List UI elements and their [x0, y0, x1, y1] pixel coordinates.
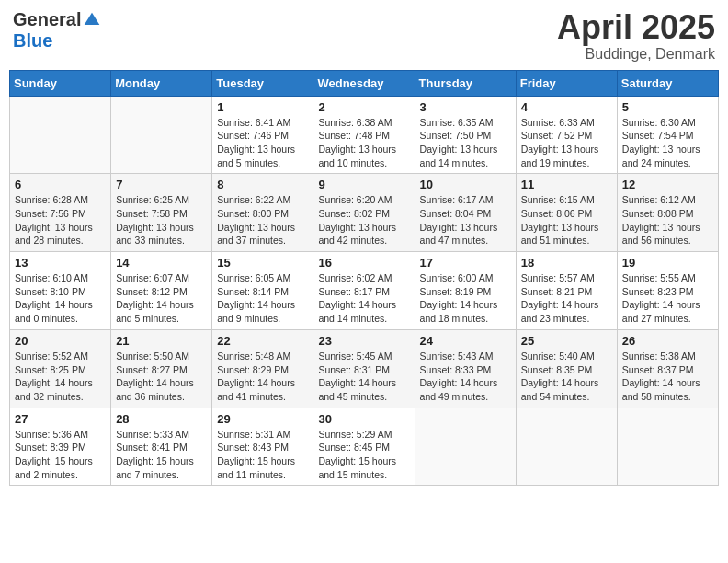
calendar-cell [617, 408, 718, 486]
day-info: Sunrise: 6:22 AMSunset: 8:00 PMDaylight:… [217, 193, 308, 247]
day-number: 5 [622, 100, 713, 114]
calendar-cell [415, 408, 516, 486]
day-info: Sunrise: 6:15 AMSunset: 8:06 PMDaylight:… [521, 193, 612, 247]
calendar-cell: 5Sunrise: 6:30 AMSunset: 7:54 PMDaylight… [617, 96, 718, 174]
calendar-cell: 4Sunrise: 6:33 AMSunset: 7:52 PMDaylight… [516, 96, 617, 174]
title-area: April 2025 Buddinge, Denmark [557, 9, 715, 63]
calendar-cell: 26Sunrise: 5:38 AMSunset: 8:37 PMDayligh… [617, 329, 718, 408]
calendar-cell [111, 96, 212, 174]
calendar-cell: 27Sunrise: 5:36 AMSunset: 8:39 PMDayligh… [10, 408, 111, 486]
day-number: 21 [116, 334, 207, 348]
day-info: Sunrise: 6:07 AMSunset: 8:12 PMDaylight:… [116, 271, 207, 326]
day-info: Sunrise: 5:55 AMSunset: 8:23 PMDaylight:… [622, 271, 713, 326]
calendar-week-row: 6Sunrise: 6:28 AMSunset: 7:56 PMDaylight… [10, 174, 719, 252]
day-info: Sunrise: 5:31 AMSunset: 8:43 PMDaylight:… [217, 428, 308, 482]
day-info: Sunrise: 5:50 AMSunset: 8:27 PMDaylight:… [116, 350, 207, 404]
calendar-cell: 29Sunrise: 5:31 AMSunset: 8:43 PMDayligh… [212, 408, 313, 486]
calendar-cell: 22Sunrise: 5:48 AMSunset: 8:29 PMDayligh… [212, 329, 313, 408]
month-title: April 2025 [557, 9, 715, 46]
day-number: 20 [15, 334, 106, 348]
calendar-cell: 9Sunrise: 6:20 AMSunset: 8:02 PMDaylight… [313, 174, 415, 252]
calendar-cell: 8Sunrise: 6:22 AMSunset: 8:00 PMDaylight… [212, 174, 313, 252]
logo-blue-text: Blue [13, 30, 52, 52]
day-info: Sunrise: 6:20 AMSunset: 8:02 PMDaylight:… [318, 193, 409, 247]
svg-marker-0 [85, 12, 100, 24]
day-number: 8 [217, 178, 308, 191]
calendar-cell: 10Sunrise: 6:17 AMSunset: 8:04 PMDayligh… [415, 174, 516, 252]
day-number: 6 [15, 178, 106, 191]
day-number: 7 [116, 178, 207, 191]
day-number: 29 [217, 412, 308, 426]
calendar-week-row: 20Sunrise: 5:52 AMSunset: 8:25 PMDayligh… [10, 329, 719, 408]
weekday-header-row: SundayMondayTuesdayWednesdayThursdayFrid… [10, 70, 719, 96]
weekday-header: Tuesday [212, 70, 313, 96]
day-number: 13 [15, 256, 106, 270]
day-number: 27 [15, 412, 106, 426]
day-info: Sunrise: 6:12 AMSunset: 8:08 PMDaylight:… [622, 193, 713, 247]
calendar-cell: 7Sunrise: 6:25 AMSunset: 7:58 PMDaylight… [111, 174, 212, 252]
day-info: Sunrise: 5:40 AMSunset: 8:35 PMDaylight:… [521, 350, 612, 404]
calendar-cell: 18Sunrise: 5:57 AMSunset: 8:21 PMDayligh… [516, 252, 617, 330]
day-info: Sunrise: 6:17 AMSunset: 8:04 PMDaylight:… [420, 193, 511, 247]
weekday-header: Saturday [617, 70, 718, 96]
day-number: 11 [521, 178, 612, 191]
day-number: 9 [318, 178, 409, 191]
day-info: Sunrise: 6:30 AMSunset: 7:54 PMDaylight:… [622, 116, 713, 170]
calendar-cell: 20Sunrise: 5:52 AMSunset: 8:25 PMDayligh… [10, 329, 111, 408]
calendar-cell: 25Sunrise: 5:40 AMSunset: 8:35 PMDayligh… [516, 329, 617, 408]
calendar-week-row: 1Sunrise: 6:41 AMSunset: 7:46 PMDaylight… [10, 96, 719, 174]
day-number: 12 [622, 178, 713, 191]
calendar-cell: 1Sunrise: 6:41 AMSunset: 7:46 PMDaylight… [212, 96, 313, 174]
day-number: 19 [622, 256, 713, 270]
day-info: Sunrise: 6:38 AMSunset: 7:48 PMDaylight:… [318, 116, 409, 170]
logo: General Blue [13, 9, 101, 52]
day-info: Sunrise: 6:05 AMSunset: 8:14 PMDaylight:… [217, 271, 308, 326]
day-info: Sunrise: 5:52 AMSunset: 8:25 PMDaylight:… [15, 350, 106, 404]
day-info: Sunrise: 6:33 AMSunset: 7:52 PMDaylight:… [521, 116, 612, 170]
day-number: 4 [521, 100, 612, 114]
calendar-table: SundayMondayTuesdayWednesdayThursdayFrid… [9, 70, 719, 487]
calendar-cell: 2Sunrise: 6:38 AMSunset: 7:48 PMDaylight… [313, 96, 415, 174]
calendar-cell: 12Sunrise: 6:12 AMSunset: 8:08 PMDayligh… [617, 174, 718, 252]
calendar-cell: 23Sunrise: 5:45 AMSunset: 8:31 PMDayligh… [313, 329, 415, 408]
calendar-cell: 24Sunrise: 5:43 AMSunset: 8:33 PMDayligh… [415, 329, 516, 408]
location-text: Buddinge, Denmark [557, 46, 715, 63]
day-number: 16 [318, 256, 409, 270]
weekday-header: Thursday [415, 70, 516, 96]
day-info: Sunrise: 5:45 AMSunset: 8:31 PMDaylight:… [318, 350, 409, 404]
calendar-cell: 15Sunrise: 6:05 AMSunset: 8:14 PMDayligh… [212, 252, 313, 330]
calendar-cell: 17Sunrise: 6:00 AMSunset: 8:19 PMDayligh… [415, 252, 516, 330]
day-info: Sunrise: 6:35 AMSunset: 7:50 PMDaylight:… [420, 116, 511, 170]
day-number: 23 [318, 334, 409, 348]
calendar-cell: 13Sunrise: 6:10 AMSunset: 8:10 PMDayligh… [10, 252, 111, 330]
calendar-cell: 11Sunrise: 6:15 AMSunset: 8:06 PMDayligh… [516, 174, 617, 252]
day-number: 14 [116, 256, 207, 270]
day-number: 1 [217, 100, 308, 114]
day-number: 25 [521, 334, 612, 348]
page-header: General Blue April 2025 Buddinge, Denmar… [9, 9, 719, 63]
weekday-header: Monday [111, 70, 212, 96]
day-info: Sunrise: 5:38 AMSunset: 8:37 PMDaylight:… [622, 350, 713, 404]
weekday-header: Sunday [10, 70, 111, 96]
calendar-cell: 19Sunrise: 5:55 AMSunset: 8:23 PMDayligh… [617, 252, 718, 330]
day-info: Sunrise: 5:48 AMSunset: 8:29 PMDaylight:… [217, 350, 308, 404]
day-info: Sunrise: 6:10 AMSunset: 8:10 PMDaylight:… [15, 271, 106, 326]
day-number: 17 [420, 256, 511, 270]
calendar-cell: 21Sunrise: 5:50 AMSunset: 8:27 PMDayligh… [111, 329, 212, 408]
day-info: Sunrise: 6:02 AMSunset: 8:17 PMDaylight:… [318, 271, 409, 326]
calendar-week-row: 13Sunrise: 6:10 AMSunset: 8:10 PMDayligh… [10, 252, 719, 330]
calendar-cell: 14Sunrise: 6:07 AMSunset: 8:12 PMDayligh… [111, 252, 212, 330]
day-info: Sunrise: 5:29 AMSunset: 8:45 PMDaylight:… [318, 428, 409, 482]
weekday-header: Friday [516, 70, 617, 96]
day-info: Sunrise: 5:33 AMSunset: 8:41 PMDaylight:… [116, 428, 207, 482]
logo-general-text: General [13, 9, 81, 30]
calendar-cell: 3Sunrise: 6:35 AMSunset: 7:50 PMDaylight… [415, 96, 516, 174]
calendar-cell: 6Sunrise: 6:28 AMSunset: 7:56 PMDaylight… [10, 174, 111, 252]
calendar-cell: 30Sunrise: 5:29 AMSunset: 8:45 PMDayligh… [313, 408, 415, 486]
day-number: 15 [217, 256, 308, 270]
calendar-week-row: 27Sunrise: 5:36 AMSunset: 8:39 PMDayligh… [10, 408, 719, 486]
calendar-cell: 28Sunrise: 5:33 AMSunset: 8:41 PMDayligh… [111, 408, 212, 486]
day-info: Sunrise: 5:36 AMSunset: 8:39 PMDaylight:… [15, 428, 106, 482]
day-number: 10 [420, 178, 511, 191]
day-number: 30 [318, 412, 409, 426]
